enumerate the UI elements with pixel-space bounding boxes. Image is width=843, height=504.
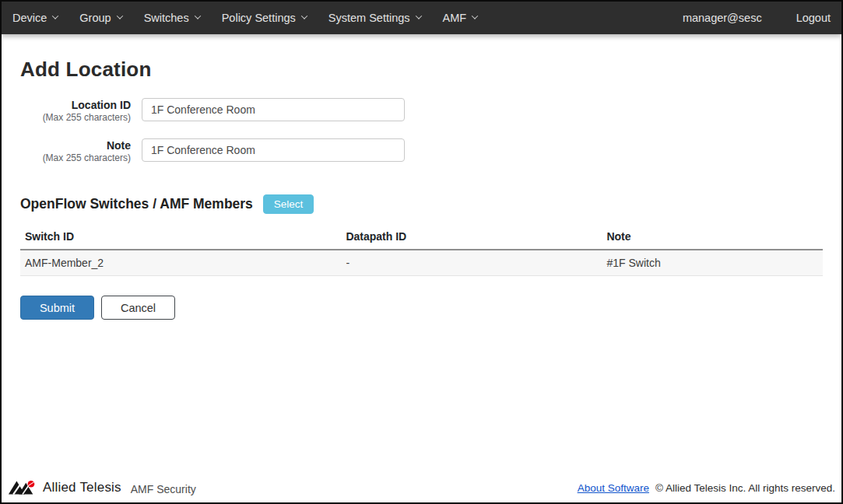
chevron-down-icon bbox=[52, 12, 58, 19]
chevron-down-icon bbox=[194, 12, 200, 19]
page-footer: Allied Telesis AMF Security About Softwa… bbox=[2, 476, 841, 502]
page-title: Add Location bbox=[20, 58, 823, 82]
logout-button[interactable]: Logout bbox=[796, 12, 831, 24]
column-header-note: Note bbox=[602, 225, 823, 250]
location-id-hint: (Max 255 characters) bbox=[20, 112, 131, 124]
nav-item-label: System Settings bbox=[328, 12, 410, 24]
nav-item-label: Policy Settings bbox=[222, 12, 296, 24]
column-header-switch-id: Switch ID bbox=[20, 225, 341, 250]
about-software-link[interactable]: About Software bbox=[578, 482, 649, 494]
form-row-location-id: Location ID (Max 255 characters) bbox=[20, 98, 823, 124]
location-id-input[interactable] bbox=[142, 98, 405, 121]
chevron-down-icon bbox=[472, 12, 478, 19]
cell-datapath-id: - bbox=[341, 250, 602, 276]
chevron-down-icon bbox=[415, 12, 421, 19]
product-name: AMF Security bbox=[131, 481, 196, 495]
nav-item-system-settings[interactable]: System Settings bbox=[328, 12, 421, 24]
location-id-label: Location ID bbox=[20, 99, 131, 112]
main-content: Add Location Location ID (Max 255 charac… bbox=[2, 34, 841, 476]
select-members-button[interactable]: Select bbox=[263, 194, 314, 214]
nav-item-amf[interactable]: AMF bbox=[443, 12, 478, 24]
brand-name: Allied Telesis bbox=[43, 480, 121, 495]
chevron-down-icon bbox=[301, 12, 307, 19]
cell-note: #1F Switch bbox=[602, 250, 823, 276]
members-table: Switch ID Datapath ID Note AMF-Member_2 … bbox=[20, 225, 823, 276]
note-label: Note bbox=[20, 139, 131, 152]
submit-button[interactable]: Submit bbox=[20, 296, 94, 320]
nav-item-label: Group bbox=[79, 12, 111, 24]
column-header-datapath-id: Datapath ID bbox=[341, 225, 602, 250]
members-section-title: OpenFlow Switches / AMF Members bbox=[20, 196, 253, 212]
cell-switch-id: AMF-Member_2 bbox=[20, 250, 341, 276]
chevron-down-icon bbox=[116, 12, 122, 19]
allied-telesis-logo-icon bbox=[8, 478, 37, 497]
cancel-button[interactable]: Cancel bbox=[101, 296, 175, 320]
form-row-note: Note (Max 255 characters) bbox=[20, 138, 823, 164]
nav-item-label: AMF bbox=[443, 12, 467, 24]
table-row: AMF-Member_2 - #1F Switch bbox=[20, 250, 823, 276]
nav-item-policy-settings[interactable]: Policy Settings bbox=[222, 12, 307, 24]
logged-in-user: manager@sesc bbox=[683, 12, 762, 24]
copyright-text: © Allied Telesis Inc. All rights reserve… bbox=[655, 482, 835, 494]
top-navbar: Device Group Switches Policy Settings Sy… bbox=[2, 2, 841, 34]
nav-item-switches[interactable]: Switches bbox=[144, 12, 200, 24]
nav-menu: Device Group Switches Policy Settings Sy… bbox=[12, 12, 477, 24]
table-header-row: Switch ID Datapath ID Note bbox=[20, 225, 823, 250]
nav-item-group[interactable]: Group bbox=[79, 12, 121, 24]
nav-item-label: Device bbox=[12, 12, 47, 24]
members-section-header: OpenFlow Switches / AMF Members Select bbox=[20, 194, 823, 214]
add-location-form: Location ID (Max 255 characters) Note (M… bbox=[20, 98, 823, 164]
note-input[interactable] bbox=[142, 138, 405, 162]
nav-item-label: Switches bbox=[144, 12, 189, 24]
note-hint: (Max 255 characters) bbox=[20, 152, 131, 164]
nav-item-device[interactable]: Device bbox=[12, 12, 58, 24]
form-actions: Submit Cancel bbox=[20, 296, 823, 320]
